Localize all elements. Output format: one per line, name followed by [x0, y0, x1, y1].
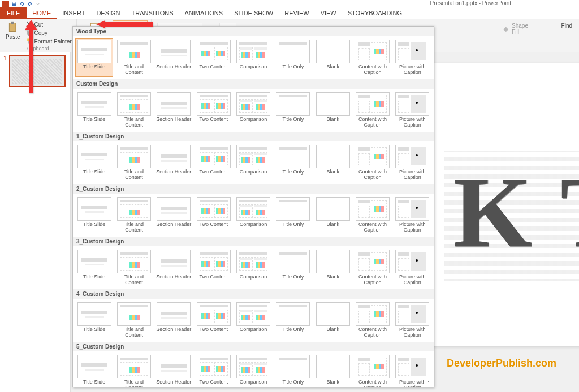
layout-preview — [236, 92, 270, 116]
redo-icon[interactable] — [27, 1, 33, 7]
layout-item-title_only[interactable]: Title Only — [274, 354, 312, 387]
svg-rect-23 — [414, 206, 423, 212]
layout-item-content_caption[interactable]: Content with Caption — [353, 143, 391, 182]
layout-item-title_only[interactable]: Title Only — [274, 38, 312, 77]
layout-item-content_caption[interactable]: Content with Caption — [353, 354, 391, 387]
tab-design[interactable]: DESIGN — [90, 7, 126, 19]
layout-item-title_slide[interactable]: Title Slide — [75, 91, 113, 129]
shape-fill-icon — [502, 24, 511, 33]
layout-item-title_content[interactable]: Title and Content — [115, 38, 153, 77]
tab-slideshow[interactable]: SLIDE SHOW — [228, 7, 279, 19]
tab-transitions[interactable]: TRANSITIONS — [126, 7, 179, 19]
layout-item-comparison[interactable]: Comparison — [234, 354, 272, 387]
layout-label: Blank — [326, 275, 339, 286]
qat-dropdown-icon[interactable] — [35, 1, 41, 7]
tab-home[interactable]: HOME — [27, 7, 57, 19]
layout-item-two_content[interactable]: Two Content — [195, 354, 232, 387]
layout-item-title_slide[interactable]: Title Slide — [75, 301, 113, 339]
layout-label: Picture with Caption — [395, 275, 430, 286]
layout-item-title_content[interactable]: Title and Content — [115, 196, 153, 234]
layout-item-blank[interactable]: Blank — [314, 354, 352, 387]
layout-item-section_header[interactable]: Section Header — [155, 301, 193, 339]
layout-label: Picture with Caption — [395, 117, 430, 128]
layout-item-section_header[interactable]: Section Header — [155, 143, 193, 182]
layout-item-picture_caption[interactable]: Picture with Caption — [394, 249, 431, 287]
tab-review[interactable]: REVIEW — [279, 7, 314, 19]
save-icon[interactable] — [11, 1, 17, 7]
layout-label: Title Slide — [83, 64, 105, 76]
layout-item-blank[interactable]: Blank — [314, 38, 352, 77]
layout-item-two_content[interactable]: Two Content — [195, 196, 232, 234]
layout-preview — [117, 40, 151, 63]
undo-icon[interactable] — [19, 1, 25, 7]
layout-label: Title Slide — [83, 327, 105, 338]
tab-view[interactable]: VIEW — [315, 7, 342, 19]
tab-storyboarding[interactable]: STORYBOARDING — [342, 7, 408, 19]
layout-item-title_slide[interactable]: Title Slide — [75, 38, 113, 77]
layout-item-content_caption[interactable]: Content with Caption — [353, 301, 391, 339]
tab-animations[interactable]: ANIMATIONS — [179, 7, 229, 19]
layout-item-comparison[interactable]: Comparison — [234, 249, 272, 287]
layout-item-content_caption[interactable]: Content with Caption — [353, 91, 391, 129]
layout-item-title_only[interactable]: Title Only — [274, 143, 312, 182]
layout-item-picture_caption[interactable]: Picture with Caption — [394, 301, 431, 339]
layout-item-comparison[interactable]: Comparison — [234, 196, 272, 234]
layout-preview — [395, 250, 429, 273]
layout-item-comparison[interactable]: Comparison — [234, 301, 272, 339]
layout-item-title_slide[interactable]: Title Slide — [75, 143, 113, 182]
layout-label: Picture with Caption — [395, 169, 430, 181]
paste-button[interactable]: Paste — [3, 20, 23, 41]
layout-item-title_only[interactable]: Title Only — [274, 249, 312, 287]
layout-item-two_content[interactable]: Two Content — [195, 91, 232, 129]
layout-item-section_header[interactable]: Section Header — [155, 354, 193, 387]
layout-preview — [316, 197, 350, 221]
layout-item-comparison[interactable]: Comparison — [234, 143, 272, 182]
layout-label: Comparison — [240, 327, 267, 338]
layout-item-two_content[interactable]: Two Content — [195, 38, 232, 77]
gallery-scroll-down-icon[interactable] — [426, 378, 433, 385]
layout-item-picture_caption[interactable]: Picture with Caption — [394, 91, 431, 129]
layout-item-title_slide[interactable]: Title Slide — [75, 196, 113, 234]
layout-preview — [117, 92, 151, 116]
gallery-section-header: 3_Custom Design — [73, 237, 434, 246]
layout-item-two_content[interactable]: Two Content — [195, 249, 232, 287]
layout-item-title_only[interactable]: Title Only — [274, 301, 312, 339]
layout-item-blank[interactable]: Blank — [314, 301, 352, 339]
layout-label: Title and Content — [116, 117, 152, 128]
gallery-row: Title SlideTitle and ContentSection Head… — [73, 141, 434, 184]
layout-item-title_content[interactable]: Title and Content — [115, 143, 153, 182]
layout-item-section_header[interactable]: Section Header — [155, 249, 193, 287]
layout-item-comparison[interactable]: Comparison — [234, 91, 272, 129]
layout-label: Title and Content — [116, 169, 152, 181]
svg-rect-2 — [9, 23, 16, 32]
tab-file[interactable]: FILE — [0, 7, 27, 19]
layout-item-title_content[interactable]: Title and Content — [115, 91, 153, 129]
layout-item-blank[interactable]: Blank — [314, 196, 352, 234]
layout-item-section_header[interactable]: Section Header — [155, 196, 193, 234]
layout-item-content_caption[interactable]: Content with Caption — [353, 249, 391, 287]
layout-item-comparison[interactable]: Comparison — [234, 38, 272, 77]
layout-item-title_content[interactable]: Title and Content — [115, 301, 153, 339]
layout-item-title_slide[interactable]: Title Slide — [75, 249, 113, 287]
layout-item-blank[interactable]: Blank — [314, 91, 352, 129]
find-button[interactable]: Find — [560, 23, 572, 29]
tab-insert[interactable]: INSERT — [57, 7, 90, 19]
layout-item-picture_caption[interactable]: Picture with Caption — [394, 196, 431, 234]
layout-item-section_header[interactable]: Section Header — [155, 38, 193, 77]
layout-item-picture_caption[interactable]: Picture with Caption — [394, 143, 431, 182]
layout-item-title_only[interactable]: Title Only — [274, 196, 312, 234]
layout-item-title_content[interactable]: Title and Content — [115, 249, 153, 287]
layout-item-two_content[interactable]: Two Content — [195, 143, 232, 182]
layout-item-blank[interactable]: Blank — [314, 249, 352, 287]
layout-preview — [356, 92, 390, 116]
layout-item-blank[interactable]: Blank — [314, 143, 352, 182]
layout-item-two_content[interactable]: Two Content — [195, 301, 232, 339]
layout-item-content_caption[interactable]: Content with Caption — [353, 196, 391, 234]
layout-item-content_caption[interactable]: Content with Caption — [353, 38, 391, 77]
layout-item-section_header[interactable]: Section Header — [155, 91, 193, 129]
layout-item-title_content[interactable]: Title and Content — [115, 354, 153, 387]
layout-item-picture_caption[interactable]: Picture with Caption — [394, 38, 431, 77]
layout-item-title_only[interactable]: Title Only — [274, 91, 312, 129]
layout-item-title_slide[interactable]: Title Slide — [75, 354, 113, 387]
shape-fill-button[interactable]: Shape Fill — [502, 23, 528, 35]
